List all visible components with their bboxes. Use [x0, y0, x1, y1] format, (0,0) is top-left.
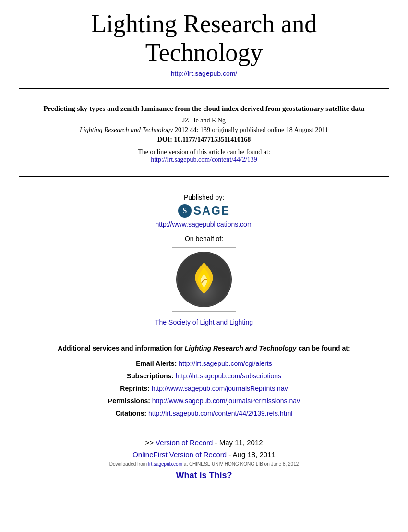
online-first-row: OnlineFirst Version of Record - Aug 18, …: [19, 450, 389, 459]
subscriptions-row: Subscriptions: http://lrt.sagepub.com/su…: [38, 372, 370, 380]
version-record-row: >> Version of Record - May 11, 2012: [19, 438, 389, 447]
header-divider: [19, 88, 389, 89]
article-doi: DOI: 10.1177/1477153511410168: [24, 136, 384, 144]
journal-title: Lighting Research and Technology: [19, 10, 389, 67]
publisher-section: Published by: S SAGE http://www.sagepubl…: [19, 183, 389, 331]
online-first-link[interactable]: OnlineFirst Version of Record: [132, 450, 227, 459]
org-logo-svg: [175, 251, 233, 308]
sage-logo-s: S: [183, 206, 187, 215]
org-name: The Society of Light and Lighting: [24, 318, 384, 326]
article-authors: JZ He and E Ng: [24, 117, 384, 124]
additional-title: Additional services and information for …: [38, 344, 370, 352]
journal-url-link[interactable]: http://lrt.sagepub.com/: [171, 70, 238, 77]
article-journal-meta: Lighting Research and Technology: [80, 126, 173, 133]
org-logo-container: [172, 247, 236, 312]
sage-pub-url-container: http://www.sagepublications.com: [24, 220, 384, 228]
published-by-label: Published by:: [24, 193, 384, 201]
sage-pub-url-link[interactable]: http://www.sagepublications.com: [155, 220, 252, 228]
article-section: Predicting sky types and zenith luminanc…: [19, 95, 389, 170]
version-section: >> Version of Record - May 11, 2012 Onli…: [19, 427, 389, 485]
additional-section: Additional services and information for …: [19, 331, 389, 427]
sage-logo-circle: S: [178, 204, 192, 218]
sage-logo-text: SAGE: [193, 204, 230, 218]
subscriptions-label: Subscriptions:: [127, 372, 174, 380]
email-alerts-label: Email Alerts:: [136, 360, 177, 367]
what-is-this-link[interactable]: What is This?: [176, 471, 232, 480]
downloaded-text: Downloaded from lrt.sagepub.com at CHINE…: [19, 461, 389, 467]
email-alerts-row: Email Alerts: http://lrt.sagepub.com/cgi…: [38, 360, 370, 367]
article-divider: [19, 176, 389, 177]
permissions-link[interactable]: http://www.sagepub.com/journalsPermissio…: [152, 397, 300, 405]
reprints-label: Reprints:: [120, 385, 149, 392]
permissions-label: Permissions:: [108, 397, 150, 405]
version-record-link[interactable]: Version of Record: [156, 438, 213, 447]
sage-logo: S SAGE: [178, 204, 230, 218]
subscriptions-link[interactable]: http://lrt.sagepub.com/subscriptions: [176, 372, 281, 380]
reprints-link[interactable]: http://www.sagepub.com/journalsReprints.…: [152, 385, 288, 392]
citations-label: Citations:: [116, 410, 147, 417]
permissions-row: Permissions: http://www.sagepub.com/jour…: [38, 397, 370, 405]
article-title: Predicting sky types and zenith luminanc…: [24, 104, 384, 114]
what-is-this: What is This?: [19, 471, 389, 481]
downloaded-source-link[interactable]: lrt.sagepub.com: [148, 461, 182, 467]
email-alerts-link[interactable]: http://lrt.sagepub.com/cgi/alerts: [179, 360, 272, 367]
header-section: Lighting Research and Technology http://…: [19, 0, 389, 83]
citations-row: Citations: http://lrt.sagepub.com/conten…: [38, 410, 370, 417]
online-version-text: The online version of this article can b…: [24, 148, 384, 164]
reprints-row: Reprints: http://www.sagepub.com/journal…: [38, 385, 370, 392]
citations-link[interactable]: http://lrt.sagepub.com/content/44/2/139.…: [148, 410, 292, 417]
article-meta: Lighting Research and Technology 2012 44…: [24, 126, 384, 134]
org-name-link[interactable]: The Society of Light and Lighting: [155, 318, 253, 326]
on-behalf-label: On behalf of:: [24, 235, 384, 242]
online-version-link[interactable]: http://lrt.sagepub.com/content/44/2/139: [151, 156, 257, 163]
